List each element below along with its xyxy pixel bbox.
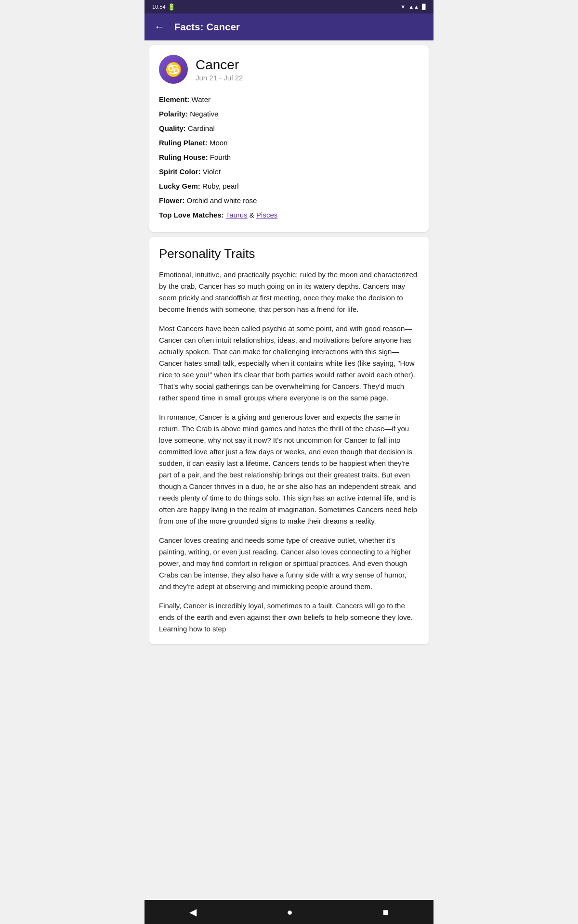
personality-paragraph: In romance, Cancer is a giving and gener… — [159, 411, 419, 527]
fact-value: Fourth — [210, 153, 231, 161]
fact-key: Polarity: — [159, 110, 188, 118]
fact-value: Cardinal — [188, 124, 215, 132]
facts-list: Element: WaterPolarity: NegativeQuality:… — [159, 92, 419, 208]
fact-row: Ruling House: Fourth — [159, 150, 419, 165]
sign-name-block: Cancer Jun 21 - Jul 22 — [196, 57, 243, 82]
fact-value: Moon — [210, 139, 228, 147]
status-time: 10:54 — [152, 4, 166, 10]
personality-paragraph: Cancer loves creating and needs some typ… — [159, 535, 419, 592]
fact-value: Water — [192, 95, 210, 103]
back-icon: ← — [154, 21, 165, 33]
battery-icon: 🔋 — [168, 3, 175, 11]
personality-text: Emotional, intuitive, and practically ps… — [159, 269, 419, 635]
status-left: 10:54 🔋 — [152, 3, 175, 11]
love-match-2[interactable]: Pisces — [256, 211, 277, 219]
fact-key: Ruling House: — [159, 153, 208, 161]
sign-info-card: ♋ Cancer Jun 21 - Jul 22 Element: WaterP… — [149, 45, 429, 232]
fact-row: Spirit Color: Violet — [159, 165, 419, 179]
fact-key: Element: — [159, 95, 189, 103]
sign-dates: Jun 21 - Jul 22 — [196, 74, 243, 82]
main-content: ♋ Cancer Jun 21 - Jul 22 Element: WaterP… — [144, 40, 434, 649]
status-bar: 10:54 🔋 ▼ ▲▲ ▉ — [144, 0, 434, 13]
personality-paragraph: Emotional, intuitive, and practically ps… — [159, 269, 419, 315]
personality-paragraph: Most Cancers have been called psychic at… — [159, 323, 419, 404]
fact-value: Violet — [203, 167, 221, 176]
fact-row: Flower: Orchid and white rose — [159, 193, 419, 208]
fact-value: Negative — [190, 110, 218, 118]
love-matches-row: Top Love Matches: Taurus & Pisces — [159, 208, 419, 222]
sign-symbol-icon: ♋ — [159, 55, 188, 84]
love-match-1[interactable]: Taurus — [226, 211, 248, 219]
back-button[interactable]: ← — [152, 19, 167, 35]
fact-row: Element: Water — [159, 92, 419, 107]
status-right: ▼ ▲▲ ▉ — [400, 4, 426, 10]
personality-paragraph: Finally, Cancer is incredibly loyal, som… — [159, 600, 419, 635]
fact-row: Quality: Cardinal — [159, 121, 419, 136]
sign-header: ♋ Cancer Jun 21 - Jul 22 — [159, 55, 419, 84]
fact-key: Quality: — [159, 124, 186, 132]
love-match-key: Top Love Matches: — [159, 211, 224, 219]
wifi-icon: ▼ — [400, 4, 406, 10]
sign-name: Cancer — [196, 57, 243, 73]
love-match-sep: & — [250, 211, 256, 219]
fact-key: Ruling Planet: — [159, 139, 208, 147]
fact-value: Ruby, pearl — [202, 182, 239, 190]
personality-card: Personality Traits Emotional, intuitive,… — [149, 237, 429, 644]
personality-title: Personality Traits — [159, 246, 419, 261]
fact-key: Lucky Gem: — [159, 182, 200, 190]
battery-level-icon: ▉ — [422, 4, 426, 10]
fact-key: Flower: — [159, 196, 184, 205]
app-bar-title: Facts: Cancer — [174, 22, 240, 33]
fact-row: Ruling Planet: Moon — [159, 136, 419, 150]
signal-icon: ▲▲ — [408, 4, 419, 10]
fact-value: Orchid and white rose — [187, 196, 257, 205]
fact-row: Lucky Gem: Ruby, pearl — [159, 179, 419, 193]
fact-key: Spirit Color: — [159, 167, 201, 176]
fact-row: Polarity: Negative — [159, 107, 419, 121]
app-bar: ← Facts: Cancer — [144, 13, 434, 40]
